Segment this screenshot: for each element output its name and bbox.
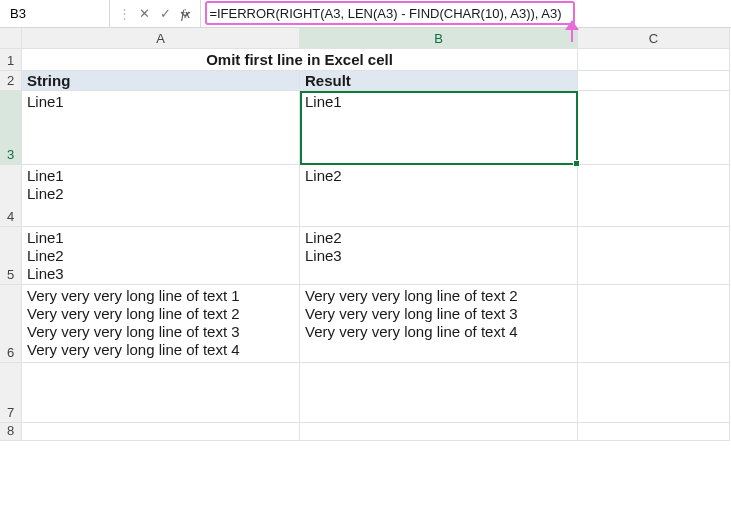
cell-a6[interactable]: Very very very long line of text 1 Very … (22, 285, 300, 363)
formula-text: =IFERROR(RIGHT(A3, LEN(A3) - FIND(CHAR(1… (209, 6, 561, 21)
cell-b4[interactable]: Line2 (300, 165, 578, 227)
cell-c5[interactable] (578, 227, 730, 285)
cell-a4[interactable]: Line1 Line2 (22, 165, 300, 227)
cell-b6[interactable]: Very very very long line of text 2 Very … (300, 285, 578, 363)
cell-b8[interactable] (300, 423, 578, 441)
cell-a5[interactable]: Line1 Line2 Line3 (22, 227, 300, 285)
separator-icon: ⋮ (116, 6, 133, 21)
title-cell[interactable]: Omit first line in Excel cell (22, 49, 578, 71)
name-box-wrap (0, 0, 110, 27)
formula-bar: ⋮ ✕ ✓ fx =IFERROR(RIGHT(A3, LEN(A3) - FI… (0, 0, 731, 28)
cell-a7[interactable] (22, 363, 300, 423)
row-header-2[interactable]: 2 (0, 71, 22, 91)
row-header-4[interactable]: 4 (0, 165, 22, 227)
column-header-b[interactable]: B (300, 28, 578, 49)
cancel-formula-icon[interactable]: ✕ (135, 6, 154, 21)
row-header-5[interactable]: 5 (0, 227, 22, 285)
row-header-6[interactable]: 6 (0, 285, 22, 363)
column-header-c[interactable]: C (578, 28, 730, 49)
cell-c6[interactable] (578, 285, 730, 363)
cell-c2[interactable] (578, 71, 730, 91)
insert-function-icon[interactable]: fx (177, 6, 194, 22)
column-header-a[interactable]: A (22, 28, 300, 49)
cell-c3[interactable] (578, 91, 730, 165)
cell-a8[interactable] (22, 423, 300, 441)
spreadsheet-grid: A B C 1 Omit first line in Excel cell 2 … (0, 28, 731, 441)
select-all-corner[interactable] (0, 28, 22, 49)
cell-c7[interactable] (578, 363, 730, 423)
cell-b5[interactable]: Line2 Line3 (300, 227, 578, 285)
cell-b7[interactable] (300, 363, 578, 423)
row-header-7[interactable]: 7 (0, 363, 22, 423)
row-header-8[interactable]: 8 (0, 423, 22, 441)
row-header-3[interactable]: 3 (0, 91, 22, 165)
formula-buttons: ⋮ ✕ ✓ fx (110, 0, 201, 27)
cell-b3[interactable]: Line1 (300, 91, 578, 165)
formula-input[interactable]: =IFERROR(RIGHT(A3, LEN(A3) - FIND(CHAR(1… (201, 0, 731, 27)
enter-formula-icon[interactable]: ✓ (156, 6, 175, 21)
cell-c8[interactable] (578, 423, 730, 441)
cell-a3[interactable]: Line1 (22, 91, 300, 165)
row-header-1[interactable]: 1 (0, 49, 22, 71)
header-string[interactable]: String (22, 71, 300, 91)
cell-c4[interactable] (578, 165, 730, 227)
cell-c1[interactable] (578, 49, 730, 71)
header-result[interactable]: Result (300, 71, 578, 91)
